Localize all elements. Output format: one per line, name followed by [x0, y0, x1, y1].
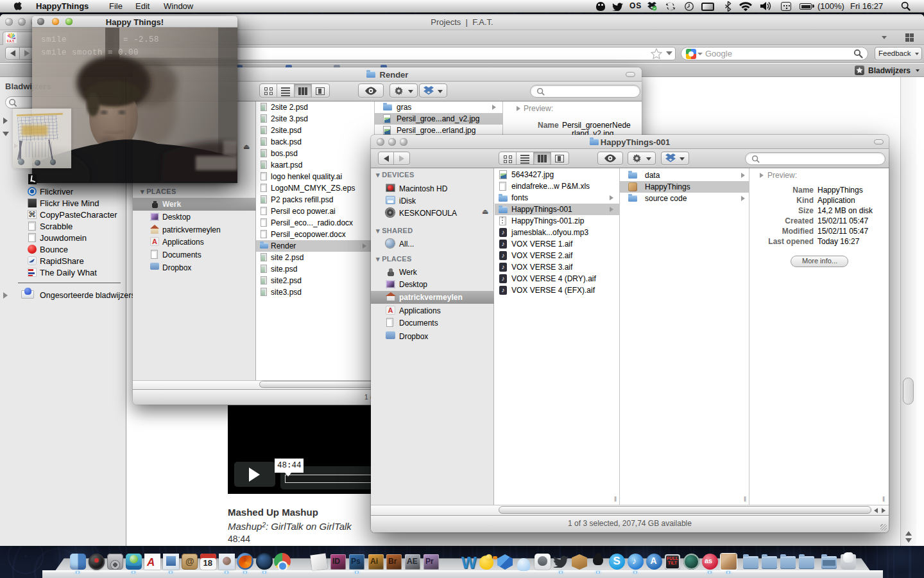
svg-text:F.A.T.: F.A.T.: [7, 40, 15, 43]
